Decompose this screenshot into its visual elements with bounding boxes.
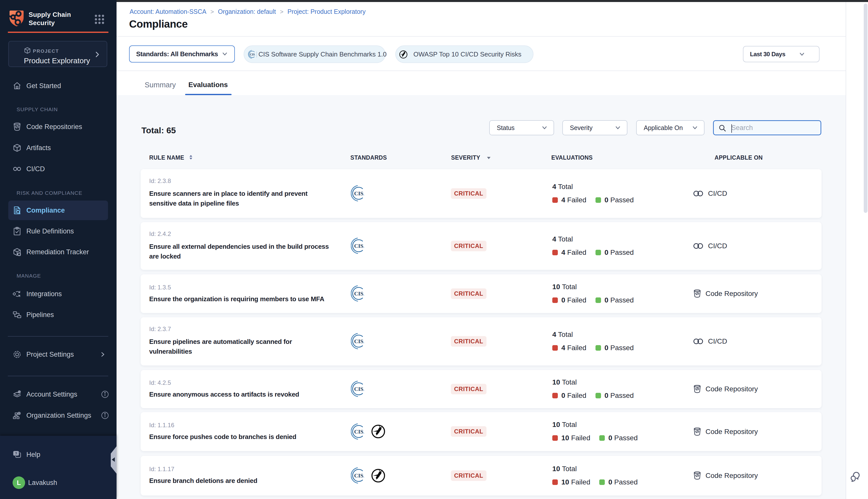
svg-text:?: ? bbox=[15, 452, 17, 455]
